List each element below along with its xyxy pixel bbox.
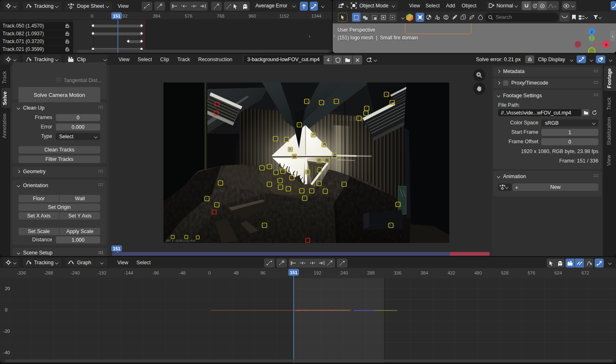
svg-text:SRT 4 - 03:05 | LO | RVE: SRT 4 - 03:05 | LO | RVE (166, 239, 196, 243)
svg-text:X: X (605, 43, 607, 47)
svg-text:Z: Z (591, 30, 593, 34)
